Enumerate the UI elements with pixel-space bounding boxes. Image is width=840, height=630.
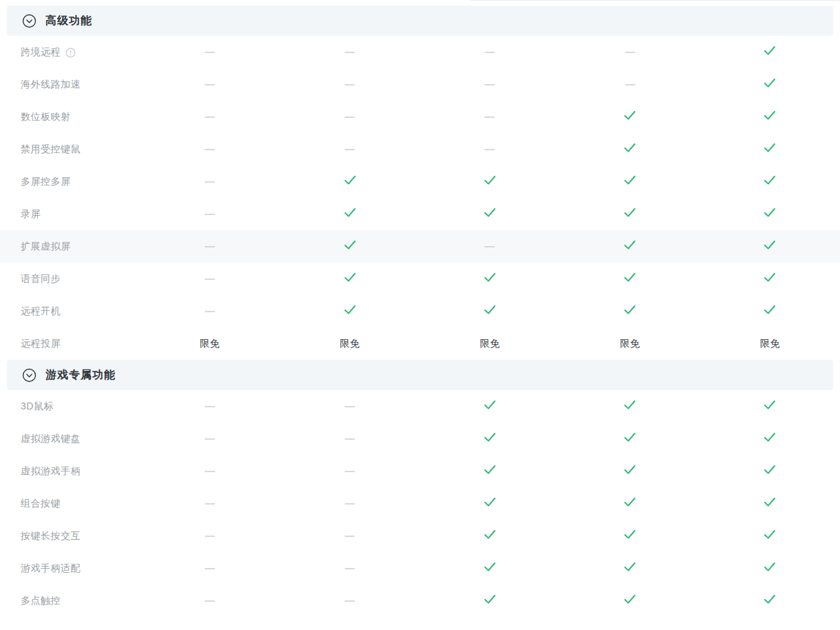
value-cell	[280, 116, 420, 118]
check-icon	[624, 497, 636, 510]
dash-icon	[205, 568, 215, 569]
value-cell	[140, 181, 280, 183]
value-cell	[280, 240, 420, 253]
check-icon	[484, 272, 496, 285]
value-cell	[280, 406, 420, 407]
section-header[interactable]: 游戏专属功能	[7, 360, 833, 390]
info-circle-icon[interactable]	[65, 48, 76, 58]
value-cell	[420, 529, 560, 542]
value-text: 限免	[200, 338, 220, 350]
feature-label-cell: 海外线路加速	[0, 79, 140, 91]
feature-label-cell: 按键长按交互	[0, 530, 140, 542]
table-row: 按键长按交互	[0, 520, 840, 552]
dash-icon	[345, 52, 355, 53]
feature-comparison-page: 高级功能跨境远程海外线路加速数位板映射禁用受控键鼠多屏控多屏录屏扩展虚拟屏语音同…	[0, 0, 840, 630]
table-row: 组合按键	[0, 487, 840, 520]
check-icon	[624, 207, 636, 221]
check-icon	[624, 305, 636, 318]
check-icon	[344, 240, 356, 253]
feature-label: 远程投屏	[21, 338, 61, 350]
check-icon	[624, 529, 636, 542]
value-cell	[700, 78, 840, 91]
check-icon	[764, 465, 776, 478]
dash-icon	[205, 84, 215, 85]
check-icon	[484, 305, 496, 318]
value-cell	[560, 497, 700, 510]
table-row: 远程开机	[0, 295, 840, 327]
feature-label-cell: 游戏手柄适配	[0, 562, 140, 575]
value-cell	[700, 400, 840, 413]
check-icon	[484, 400, 496, 413]
table-row: 3D鼠标	[0, 390, 840, 423]
value-cell	[700, 143, 840, 156]
value-cell	[560, 465, 700, 478]
value-cell	[560, 143, 700, 156]
value-cell	[280, 52, 420, 53]
dash-icon	[205, 600, 215, 602]
check-icon	[484, 497, 496, 510]
value-cell	[280, 536, 420, 537]
feature-label-cell: 扩展虚拟屏	[0, 241, 140, 253]
value-cell	[560, 400, 700, 413]
value-cell	[700, 562, 840, 575]
value-cell	[140, 568, 280, 569]
table-row: 海外线路加速	[0, 68, 840, 101]
value-cell	[700, 240, 840, 253]
check-icon	[764, 400, 776, 413]
value-cell	[560, 562, 700, 575]
value-cell	[700, 594, 840, 607]
feature-label: 游戏手柄适配	[21, 562, 81, 575]
dash-icon	[205, 214, 215, 215]
feature-label: 录屏	[21, 208, 41, 221]
feature-label-cell: 虚拟游戏键盘	[0, 433, 140, 445]
check-icon	[764, 45, 776, 59]
section-header[interactable]: 高级功能	[7, 6, 833, 36]
feature-label: 虚拟游戏手柄	[21, 465, 81, 478]
check-icon	[344, 175, 356, 188]
value-cell	[560, 272, 700, 285]
dash-icon	[484, 149, 495, 150]
dash-icon	[205, 536, 215, 537]
dash-icon	[345, 471, 355, 472]
section-title: 游戏专属功能	[45, 368, 116, 383]
table-row: 虚拟游戏键盘	[0, 423, 840, 455]
table-row: 录屏	[0, 198, 840, 230]
feature-label-cell: 禁用受控键鼠	[0, 143, 140, 156]
feature-label: 语音同步	[21, 273, 61, 285]
feature-label: 扩展虚拟屏	[21, 241, 71, 253]
check-icon	[624, 594, 636, 607]
dash-icon	[205, 278, 215, 280]
feature-label: 禁用受控键鼠	[21, 143, 81, 156]
dash-icon	[625, 84, 635, 85]
value-cell	[280, 175, 420, 188]
table-row: 禁用受控键鼠	[0, 133, 840, 165]
feature-label-cell: 3D鼠标	[0, 400, 140, 413]
dash-icon	[205, 116, 215, 118]
check-icon	[764, 562, 776, 575]
check-icon	[624, 562, 636, 575]
dash-icon	[205, 181, 215, 183]
value-cell: 限免	[280, 338, 420, 350]
value-cell	[140, 214, 280, 215]
feature-label: 远程开机	[21, 305, 61, 318]
check-icon	[624, 240, 636, 253]
value-cell	[420, 149, 560, 150]
value-cell	[420, 594, 560, 607]
value-cell	[420, 400, 560, 413]
check-icon	[764, 594, 776, 607]
check-icon	[764, 305, 776, 318]
value-cell	[140, 503, 280, 505]
chevron-down-circle-icon[interactable]	[22, 14, 37, 28]
value-cell	[700, 272, 840, 285]
dash-icon	[345, 116, 355, 118]
table-row: 远程投屏限免限免限免限免限免	[0, 327, 840, 360]
value-cell	[280, 305, 420, 318]
feature-table: 高级功能跨境远程海外线路加速数位板映射禁用受控键鼠多屏控多屏录屏扩展虚拟屏语音同…	[0, 0, 840, 617]
table-row: 语音同步	[0, 263, 840, 295]
value-text: 限免	[340, 338, 360, 350]
value-cell: 限免	[560, 338, 700, 350]
dash-icon	[205, 438, 215, 440]
check-icon	[764, 175, 776, 188]
chevron-down-circle-icon[interactable]	[22, 368, 37, 383]
check-icon	[344, 207, 356, 221]
